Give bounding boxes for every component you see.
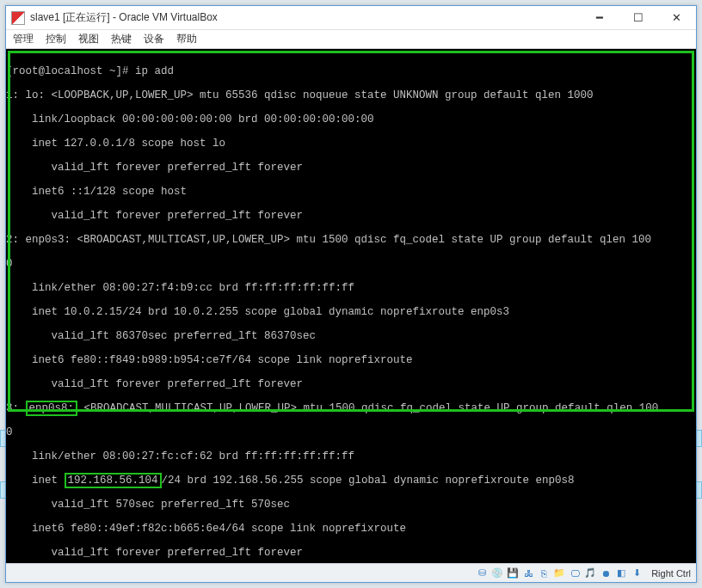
term-line: 0 xyxy=(6,426,696,438)
status-hd-icon[interactable]: ⛁ xyxy=(476,567,488,579)
term-line: valid_lft forever preferred_lft forever xyxy=(6,378,696,390)
status-usb-icon[interactable]: ⎘ xyxy=(538,567,550,579)
status-cd-icon[interactable]: 💿 xyxy=(491,567,503,579)
titlebar[interactable]: slave1 [正在运行] - Oracle VM VirtualBox ━ ☐… xyxy=(6,6,696,30)
term-line-ip: inet 192.168.56.104/24 brd 192.168.56.25… xyxy=(6,475,696,487)
terminal-output: [root@localhost ~]# ip add 1: lo: <LOOPB… xyxy=(6,49,696,563)
menu-control[interactable]: 控制 xyxy=(46,32,66,46)
highlight-interface-name: enp0s8: xyxy=(26,401,78,416)
close-button[interactable]: ✕ xyxy=(657,6,696,29)
virtualbox-window: slave1 [正在运行] - Oracle VM VirtualBox ━ ☐… xyxy=(5,5,697,583)
menu-devices[interactable]: 设备 xyxy=(144,32,164,46)
term-line: inet 127.0.0.1/8 scope host lo xyxy=(6,138,696,150)
status-rec-icon[interactable]: ⏺ xyxy=(600,567,612,579)
term-line: link/ether 08:00:27:fc:cf:62 brd ff:ff:f… xyxy=(6,450,696,462)
guest-vm-display[interactable]: [root@localhost ~]# ip add 1: lo: <LOOPB… xyxy=(6,49,696,563)
minimize-button[interactable]: ━ xyxy=(580,6,619,29)
statusbar: ⛁ 💿 💾 🖧 ⎘ 📁 🖵 🎵 ⏺ ◧ ⬇ Right Ctrl xyxy=(6,563,696,582)
term-line: [root@localhost ~]# ip add xyxy=(6,65,696,77)
term-line-enp0s8: 3: enp0s8: <BROADCAST,MULTICAST,UP,LOWER… xyxy=(6,402,696,414)
term-line: inet6 fe80::f849:b989:b954:ce7f/64 scope… xyxy=(6,354,696,366)
window-controls: ━ ☐ ✕ xyxy=(580,6,696,29)
term-line: valid_lft forever preferred_lft forever xyxy=(6,162,696,174)
menubar: 管理 控制 视图 热键 设备 帮助 xyxy=(6,30,696,49)
status-display-icon[interactable]: 🖵 xyxy=(569,567,581,579)
highlight-ip-address: 192.168.56.104 xyxy=(65,473,162,488)
term-line: inet6 ::1/128 scope host xyxy=(6,186,696,198)
status-cpu-icon[interactable]: ◧ xyxy=(615,567,627,579)
term-line: 1: lo: <LOOPBACK,UP,LOWER_UP> mtu 65536 … xyxy=(6,89,696,101)
term-line: 2: enp0s3: <BROADCAST,MULTICAST,UP,LOWER… xyxy=(6,234,696,246)
term-line: inet 10.0.2.15/24 brd 10.0.2.255 scope g… xyxy=(6,306,696,318)
status-floppy-icon[interactable]: 💾 xyxy=(507,567,519,579)
term-line: 0 xyxy=(6,258,696,270)
status-share-icon[interactable]: 📁 xyxy=(553,567,565,579)
host-key-indicator[interactable]: Right Ctrl xyxy=(651,568,691,579)
seg: <BROADCAST,MULTICAST,UP,LOWER_UP> mtu 15… xyxy=(77,402,658,414)
menu-view[interactable]: 视图 xyxy=(78,32,99,46)
term-line: valid_lft forever preferred_lft forever xyxy=(6,547,696,559)
menu-help[interactable]: 帮助 xyxy=(176,32,197,46)
term-line: link/ether 08:00:27:f4:b9:cc brd ff:ff:f… xyxy=(6,282,696,294)
term-line: valid_lft 570sec preferred_lft 570sec xyxy=(6,499,696,511)
menu-hotkeys[interactable]: 热键 xyxy=(111,32,132,46)
status-mouse-icon[interactable]: ⬇ xyxy=(631,567,643,579)
seg: 3: xyxy=(6,402,26,414)
term-line: inet6 fe80::49ef:f82c:b665:6e4/64 scope … xyxy=(6,523,696,535)
status-audio-icon[interactable]: 🎵 xyxy=(584,567,596,579)
window-title: slave1 [正在运行] - Oracle VM VirtualBox xyxy=(30,10,580,25)
seg: /24 brd 192.168.56.255 scope global dyna… xyxy=(162,475,575,487)
app-icon xyxy=(11,11,25,25)
term-line: valid_lft forever preferred_lft forever xyxy=(6,210,696,222)
menu-manage[interactable]: 管理 xyxy=(13,32,34,46)
maximize-button[interactable]: ☐ xyxy=(619,6,657,29)
seg: inet xyxy=(6,475,65,487)
status-net-icon[interactable]: 🖧 xyxy=(522,567,534,579)
term-line: link/loopback 00:00:00:00:00:00 brd 00:0… xyxy=(6,113,696,126)
term-line: valid_lft 86370sec preferred_lft 86370se… xyxy=(6,330,696,342)
